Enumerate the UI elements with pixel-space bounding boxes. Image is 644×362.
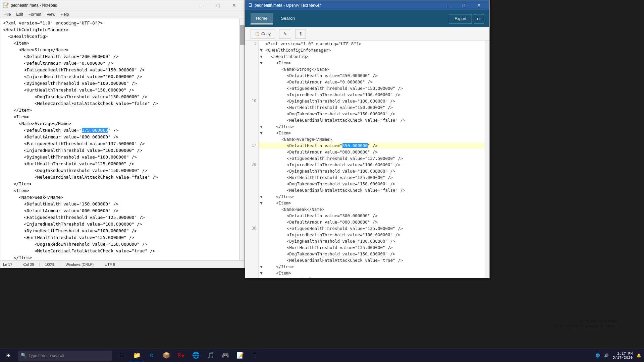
- openiv-maximize-btn[interactable]: □: [456, 0, 471, 10]
- notepad-minimize-btn[interactable]: –: [194, 0, 210, 10]
- notepad-text[interactable]: <?xml version="1.0" encoding="UTF-8"?><H…: [0, 18, 239, 260]
- taskbar-search-area[interactable]: 🔍 Type here to search: [18, 351, 112, 361]
- taskbar-app-app2[interactable]: 🎮: [218, 349, 233, 362]
- openiv-line: <DefaultArmour value="000.000000" />: [245, 149, 485, 155]
- openiv-tab-home-label: Home: [256, 16, 268, 21]
- expand-icon[interactable]: ▼: [259, 123, 264, 130]
- expand-icon[interactable]: ▼: [259, 200, 264, 206]
- code-content: <FatiguedHealthThreshold value="150.0000…: [264, 85, 403, 92]
- expand-icon[interactable]: ▼: [259, 53, 264, 60]
- openiv-copy-button[interactable]: 📋 Copy: [251, 29, 275, 39]
- openiv-action-btn-3[interactable]: ¶: [295, 29, 306, 39]
- openiv-minimize-btn[interactable]: –: [440, 0, 456, 10]
- openiv-expand-button[interactable]: ↦: [474, 14, 484, 23]
- expand-icon: [259, 149, 264, 155]
- taskbar-volume-icon: 🔊: [604, 353, 609, 358]
- openiv-export-button[interactable]: Export: [449, 14, 472, 23]
- selected-text: 175.000000: [82, 128, 108, 133]
- notepad-scrollbar[interactable]: [239, 18, 245, 260]
- taskbar-app-edge[interactable]: e: [144, 349, 159, 362]
- expand-icon: [259, 187, 264, 193]
- windows-start-icon: ⊞: [6, 351, 10, 360]
- code-content: <DyingHealthThreshold value="100.000000"…: [264, 168, 395, 174]
- code-content: <Item>: [264, 270, 291, 276]
- taskbar-app-pkg1[interactable]: 📦: [159, 349, 174, 362]
- taskbar-app-taskview[interactable]: 🗂: [115, 349, 129, 362]
- taskbar-clock: 1:17 PM: [617, 352, 633, 356]
- notepad-app-icon: 📝: [3, 2, 9, 8]
- notepad-menu-file[interactable]: File: [2, 10, 13, 18]
- expand-icon[interactable]: ▼: [259, 263, 264, 270]
- app1-icon: 🎵: [207, 352, 214, 359]
- status-sep-4: [99, 262, 99, 267]
- line-number: [245, 193, 259, 200]
- openiv-line: <FatiguedHealthThreshold value="137.5000…: [245, 155, 485, 162]
- expand-icon[interactable]: ▼: [259, 193, 264, 200]
- notepad-menu-help[interactable]: Help: [58, 10, 72, 18]
- notepad-maximize-btn[interactable]: □: [210, 0, 226, 10]
- notepad-taskbar-icon: 📝: [236, 352, 244, 359]
- code-content: <Item>: [264, 200, 291, 206]
- action-icon-3: ¶: [300, 32, 302, 36]
- openiv-line: <DyingHealthThreshold value="100.000000"…: [245, 168, 485, 174]
- code-content: <DyingHealthThreshold value="100.000000"…: [264, 98, 395, 104]
- code-content: <MeleeCardinalFatalAttackCheck value="fa…: [264, 187, 406, 193]
- taskbar-right: 🌐 🔊 1:17 PM 5/17/2020 🔔: [595, 352, 644, 360]
- openiv-content: 1<?xml version="1.0" encoding="UTF-8"?>▼…: [245, 41, 489, 278]
- expand-icon: [259, 174, 264, 181]
- line-number: [245, 257, 259, 263]
- openiv-line: ▼</Item>: [245, 123, 485, 130]
- taskbar-app-rockstar[interactable]: R★: [174, 349, 189, 362]
- taskbar-app-openiv[interactable]: 🗒: [248, 349, 262, 362]
- openiv-line: <Name>Animal</Name>: [245, 276, 485, 278]
- taskbar-search-placeholder: Type here to search: [29, 353, 64, 358]
- line-number: [245, 104, 259, 111]
- code-content: <DefaultArmour value="0.000000" />: [264, 79, 373, 85]
- expand-icon[interactable]: ▼: [259, 270, 264, 276]
- expand-icon: [259, 155, 264, 162]
- code-content: </Item>: [264, 193, 294, 200]
- expand-icon[interactable]: ▼: [259, 47, 264, 53]
- taskbar-app-explorer[interactable]: 📁: [129, 349, 144, 362]
- expand-icon[interactable]: ▼: [259, 130, 264, 136]
- notepad-scrollbar-thumb[interactable]: [240, 25, 245, 45]
- taskbar-start-button[interactable]: ⊞: [0, 349, 17, 362]
- taskbar-time[interactable]: 1:17 PM 5/17/2020: [613, 352, 633, 360]
- openiv-scrollbar[interactable]: [485, 41, 489, 278]
- line-number: [245, 181, 259, 187]
- notepad-menu-view[interactable]: View: [44, 10, 58, 18]
- taskbar-app-chrome[interactable]: 🌐: [189, 349, 203, 362]
- openiv-tab-search[interactable]: Search: [276, 13, 300, 24]
- openiv-tab-home[interactable]: Home: [251, 13, 273, 24]
- openiv-action-btn-2[interactable]: ✎: [279, 29, 291, 39]
- taskbar-app-notepad[interactable]: 📝: [233, 349, 248, 362]
- taskbar-app-app1[interactable]: 🎵: [203, 349, 218, 362]
- openiv-line: ▼<aHealthConfig>: [245, 53, 485, 60]
- expand-icon: [259, 276, 264, 278]
- line-number: 10: [245, 98, 259, 104]
- openiv-line: <Name>Strong</Name>: [245, 66, 485, 72]
- code-content: <InjuredHealthThreshold value="100.00000…: [264, 92, 400, 98]
- code-content: <DyingHealthThreshold value="100.000000"…: [264, 238, 395, 244]
- openiv-line: 20<InjuredHealthThreshold value="100.000…: [245, 162, 485, 168]
- code-content: <Name>Strong</Name>: [264, 66, 329, 72]
- notepad-close-btn[interactable]: ✕: [226, 0, 242, 10]
- line-number: [245, 213, 259, 219]
- line-number: [245, 111, 259, 117]
- notepad-menu-format[interactable]: Format: [26, 10, 44, 18]
- expand-icon[interactable]: ▼: [259, 60, 264, 66]
- line-number: [245, 270, 259, 276]
- code-content: <DefaultHealth value="300.000000" />: [264, 213, 378, 219]
- line-number: [245, 79, 259, 85]
- openiv-close-btn[interactable]: ✕: [471, 0, 487, 10]
- copy-icon: 📋: [255, 32, 260, 36]
- openiv-titlebar: 🗒 pedhealth.meta - OpenIV Text viewer – …: [245, 0, 489, 10]
- openiv-line: <Name>Weak</Name>: [245, 206, 485, 213]
- code-content: <aHealthConfig>: [264, 53, 309, 60]
- chrome-icon: 🌐: [192, 352, 200, 359]
- line-number: [245, 60, 259, 66]
- code-content: <HurtHealthThreshold value="150.000000" …: [264, 104, 393, 111]
- openiv-tab-search-label: Search: [281, 16, 295, 21]
- notepad-menu-edit[interactable]: Edit: [13, 10, 26, 18]
- status-sep-2: [39, 262, 40, 267]
